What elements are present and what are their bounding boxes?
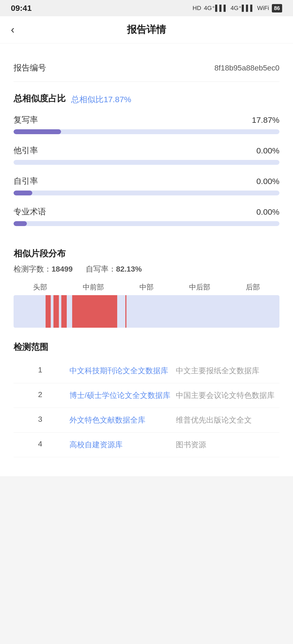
metric-teyinlv-label: 他引率 (14, 145, 38, 156)
status-bar: 09:41 HD 4G⁺▌▌▌ 4G⁺▌▌▌ WiFi 86 (0, 0, 293, 16)
page-header: ‹ 报告详情 (0, 16, 293, 43)
detection-section: 检测范围 1 中文科技期刊论文全文数据库 中文主要报纸全文数据库 2 博士/硕士… (14, 333, 279, 465)
table-row: 2 博士/硕士学位论文全文数据库 中国主要会议论文特色数据库 (14, 383, 279, 408)
table-row: 3 外文特色文献数据全库 维普优先出版论文全文 (14, 408, 279, 433)
similarity-title: 总相似度占比 (14, 93, 66, 105)
metric-fuwrite-label: 复写率 (14, 114, 38, 125)
seg-stripe-1 (46, 295, 51, 328)
table-row: 4 高校自建资源库 图书资源 (14, 433, 279, 457)
distribution-meta: 检测字数：18499 自写率：82.13% (14, 264, 279, 274)
segment-bar (14, 295, 279, 328)
row-left[interactable]: 外文特色文献数据全库 (67, 408, 173, 433)
row-num: 4 (14, 433, 67, 457)
row-num: 2 (14, 383, 67, 408)
metric-zhuanye-track (14, 221, 279, 226)
row-right: 中国主要会议论文特色数据库 (173, 383, 279, 408)
back-button[interactable]: ‹ (11, 24, 14, 36)
self-rate-label: 自写率：82.13% (86, 265, 142, 273)
metric-fuwrite-row: 复写率 17.87% (14, 114, 279, 125)
seg-red-block (72, 295, 117, 328)
metric-ziyinlv-label: 自引率 (14, 176, 38, 187)
status-time: 09:41 (11, 4, 32, 13)
metric-fuwrite-value: 17.87% (252, 115, 279, 125)
metric-zhuanye-row: 专业术语 0.00% (14, 206, 279, 217)
self-rate-value: 82.13% (116, 265, 142, 273)
similarity-subtitle: 总相似比17.87% (71, 94, 131, 105)
detection-title: 检测范围 (14, 341, 279, 353)
metric-teyinlv: 他引率 0.00% (14, 145, 279, 165)
metric-zhuanye: 专业术语 0.00% (14, 206, 279, 226)
row-right: 维普优先出版论文全文 (173, 408, 279, 433)
metric-teyinlv-value: 0.00% (256, 146, 279, 155)
seg-label-4: 后部 (226, 282, 279, 292)
distribution-section: 相似片段分布 检测字数：18499 自写率：82.13% 头部 中前部 中部 中… (14, 242, 279, 333)
metric-ziyinlv-fill (14, 191, 32, 195)
row-left[interactable]: 博士/硕士学位论文全文数据库 (67, 383, 173, 408)
table-row: 1 中文科技期刊论文全文数据库 中文主要报纸全文数据库 (14, 359, 279, 383)
row-num: 3 (14, 408, 67, 433)
detection-table: 1 中文科技期刊论文全文数据库 中文主要报纸全文数据库 2 博士/硕士学位论文全… (14, 359, 279, 457)
seg-stripe-2 (53, 295, 59, 328)
row-left[interactable]: 中文科技期刊论文全文数据库 (67, 359, 173, 383)
seg-label-0: 头部 (14, 282, 67, 292)
battery-indicator: 86 (272, 4, 282, 12)
metric-ziyinlv-value: 0.00% (256, 177, 279, 186)
row-right: 图书资源 (173, 433, 279, 457)
signal2-icon: 4G⁺▌▌▌ (231, 5, 254, 12)
similarity-section: 总相似度占比 总相似比17.87% 复写率 17.87% 他引率 0.00% (14, 82, 279, 242)
seg-red-line (125, 295, 127, 328)
metric-teyinlv-row: 他引率 0.00% (14, 145, 279, 156)
report-id-value: 8f18b95a88eb5ec0 (214, 64, 279, 72)
seg-label-2: 中部 (120, 282, 173, 292)
word-count-label: 检测字数：18499 (14, 265, 73, 273)
signal1-icon: 4G⁺▌▌▌ (204, 5, 228, 12)
page-title: 报告详情 (127, 23, 166, 36)
main-content: 报告编号 8f18b95a88eb5ec0 总相似度占比 总相似比17.87% … (0, 43, 293, 476)
metric-fuwrite-fill (14, 129, 61, 134)
seg-label-1: 中前部 (67, 282, 120, 292)
metric-teyinlv-track (14, 160, 279, 165)
wifi-icon: WiFi (257, 5, 269, 12)
word-count-value: 18499 (52, 265, 73, 273)
segment-labels: 头部 中前部 中部 中后部 后部 (14, 282, 279, 292)
metric-zhuanye-value: 0.00% (256, 207, 279, 217)
row-left[interactable]: 高校自建资源库 (67, 433, 173, 457)
row-right: 中文主要报纸全文数据库 (173, 359, 279, 383)
metric-ziyinlv-track (14, 191, 279, 195)
metric-zhuanye-label: 专业术语 (14, 206, 46, 217)
seg-label-3: 中后部 (173, 282, 226, 292)
seg-stripe-3 (61, 295, 67, 328)
distribution-title: 相似片段分布 (14, 248, 279, 260)
metric-fuwrite: 复写率 17.87% (14, 114, 279, 134)
report-id-label: 报告编号 (14, 62, 46, 73)
row-num: 1 (14, 359, 67, 383)
similarity-header: 总相似度占比 总相似比17.87% (14, 93, 279, 106)
hd-icon: HD (193, 5, 201, 12)
status-icons: HD 4G⁺▌▌▌ 4G⁺▌▌▌ WiFi 86 (193, 4, 282, 12)
metric-ziyinlv: 自引率 0.00% (14, 176, 279, 195)
metric-zhuanye-fill (14, 221, 27, 226)
metric-ziyinlv-row: 自引率 0.00% (14, 176, 279, 187)
report-id-row: 报告编号 8f18b95a88eb5ec0 (14, 54, 279, 82)
metric-fuwrite-track (14, 129, 279, 134)
